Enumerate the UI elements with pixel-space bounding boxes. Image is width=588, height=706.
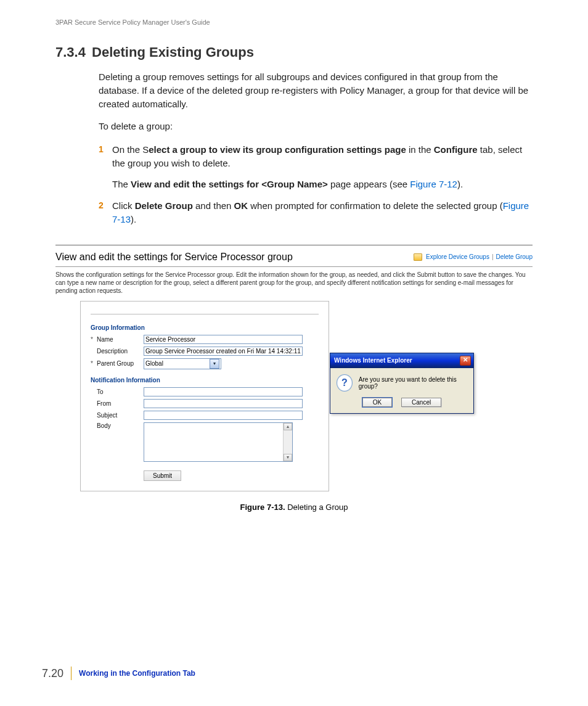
- figure-caption-text: Deleting a Group: [285, 503, 348, 512]
- close-icon[interactable]: ✕: [460, 356, 471, 366]
- from-input[interactable]: [144, 399, 303, 408]
- step-1-sub-pre: The: [112, 179, 131, 189]
- chevron-down-icon: ▾: [210, 359, 219, 369]
- figure-description: Shows the configuration settings for the…: [55, 271, 533, 295]
- step-2-bold2: OK: [234, 200, 248, 211]
- step-2-mid1: and then: [193, 200, 234, 211]
- description-label: Description: [91, 348, 144, 355]
- step-2: 2 Click Delete Group and then OK when pr…: [99, 199, 533, 226]
- step-1-text: On the Select a group to view its group …: [112, 144, 522, 168]
- group-settings-panel: Group Information Name Description Paren…: [80, 301, 329, 491]
- scroll-down-icon[interactable]: ▾: [284, 454, 292, 461]
- figure-title: View and edit the settings for Service P…: [55, 252, 293, 263]
- step-number: 1: [99, 143, 104, 155]
- footer-chapter: Working in the Configuration Tab: [79, 669, 195, 678]
- dialog-message: Are you sure you want to delete this gro…: [359, 376, 467, 390]
- name-input[interactable]: [144, 335, 303, 344]
- subject-input[interactable]: [144, 411, 303, 420]
- page-number: 7.20: [42, 667, 63, 680]
- step-2-pre: Click: [112, 200, 135, 211]
- step-1-pre: On the S: [112, 144, 149, 155]
- footer-divider: [71, 667, 71, 680]
- dialog-title-text: Windows Internet Explorer: [334, 357, 412, 364]
- step-1-sub: The View and edit the settings for <Grou…: [112, 178, 533, 191]
- cancel-button[interactable]: Cancel: [401, 398, 441, 407]
- running-header: 3PAR Secure Service Policy Manager User'…: [55, 18, 533, 26]
- parent-group-select[interactable]: Global ▾: [144, 358, 221, 369]
- figure-header: View and edit the settings for Service P…: [55, 249, 533, 267]
- parent-group-label: Parent Group: [91, 360, 144, 367]
- description-input[interactable]: [144, 347, 303, 356]
- panel-inner-rule: [91, 314, 319, 314]
- body-label: Body: [91, 422, 144, 429]
- step-2-end: ).: [131, 214, 136, 224]
- question-icon: ?: [337, 374, 353, 392]
- dialog-titlebar: Windows Internet Explorer ✕: [330, 353, 473, 368]
- submit-button[interactable]: Submit: [144, 470, 181, 481]
- section-number: 7.3.4: [55, 44, 86, 60]
- section-heading: 7.3.4 Deleting Existing Groups: [55, 44, 533, 60]
- step-1-sub-bold: View and edit the settings for <Group Na…: [131, 179, 328, 189]
- explore-device-groups-link[interactable]: Explore Device Groups: [426, 253, 489, 260]
- step-2-mid2: when prompted for confirmation to delete…: [248, 200, 503, 211]
- step-1-sub-mid: page appears (see: [328, 179, 410, 189]
- link-separator: |: [492, 253, 494, 260]
- body-textarea[interactable]: ▴ ▾: [144, 422, 293, 462]
- group-information-heading: Group Information: [91, 324, 319, 331]
- parent-group-value: Global: [145, 360, 163, 367]
- confirm-dialog: Windows Internet Explorer ✕ ? Are you su…: [330, 353, 474, 414]
- folder-icon: [414, 253, 422, 261]
- figure-caption: Figure 7-13. Deleting a Group: [55, 503, 533, 512]
- figure-caption-label: Figure 7-13.: [240, 503, 285, 512]
- lead-in: To delete a group:: [99, 120, 533, 133]
- scroll-up-icon[interactable]: ▴: [284, 423, 292, 430]
- step-2-bold1: Delete Group: [135, 200, 193, 211]
- step-2-text: Click Delete Group and then OK when prom…: [112, 200, 529, 224]
- intro-paragraph: Deleting a group removes settings for al…: [99, 70, 533, 110]
- to-input[interactable]: [144, 387, 303, 396]
- step-1-bold2: Configure: [434, 144, 478, 155]
- step-1-bold1: elect a group to view its group configur…: [149, 144, 406, 155]
- from-label: From: [91, 400, 144, 407]
- name-label: Name: [91, 336, 144, 343]
- step-number: 2: [99, 199, 104, 211]
- subject-label: Subject: [91, 412, 144, 419]
- step-1: 1 On the Select a group to view its grou…: [99, 143, 533, 191]
- step-1-mid1: in the: [406, 144, 434, 155]
- textarea-scrollbar[interactable]: ▴ ▾: [283, 423, 292, 461]
- section-title-text: Deleting Existing Groups: [92, 44, 254, 60]
- delete-group-link[interactable]: Delete Group: [496, 253, 533, 260]
- notification-information-heading: Notification Information: [91, 377, 319, 384]
- page-footer: 7.20 Working in the Configuration Tab: [42, 667, 195, 680]
- step-1-sub-end: ).: [457, 179, 463, 189]
- xref-figure-7-12[interactable]: Figure 7-12: [410, 179, 457, 189]
- to-label: To: [91, 388, 144, 395]
- figure-top-rule: [55, 245, 533, 245]
- ok-button[interactable]: OK: [362, 398, 392, 407]
